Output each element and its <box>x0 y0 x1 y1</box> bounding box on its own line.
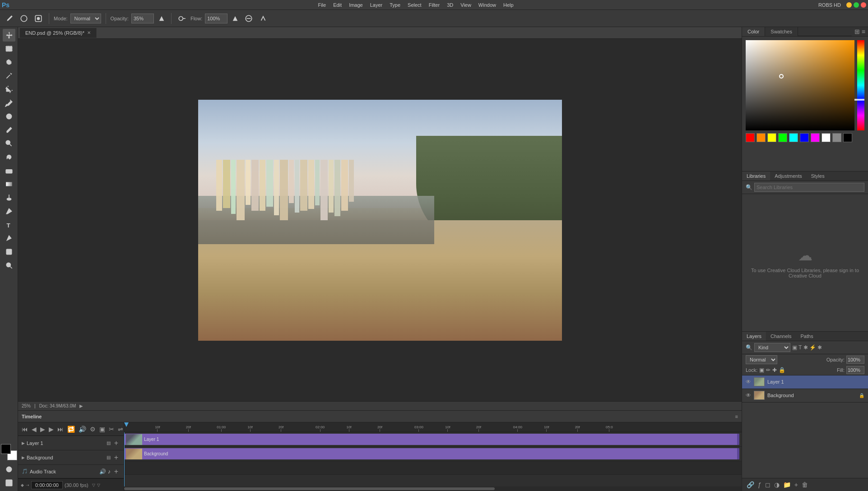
adjustments-tab[interactable]: Adjustments <box>770 171 807 181</box>
settings-btn[interactable]: ⚙ <box>89 425 97 434</box>
pen-tool[interactable] <box>3 205 15 218</box>
layers-kind-select[interactable]: Kind <box>754 343 790 352</box>
layer-delete-btn[interactable]: 🗑 <box>801 480 809 489</box>
layers-filter-icons[interactable]: ▣ T ✱ ⚡ ✱ <box>792 344 822 351</box>
swatch-black[interactable] <box>843 133 852 142</box>
color-gradient-area[interactable] <box>746 40 864 130</box>
layers-opacity-input[interactable] <box>846 356 864 364</box>
gradient-tool[interactable] <box>3 178 15 190</box>
background-visibility[interactable]: 👁 <box>746 392 751 398</box>
timeline-scrollbar-thumb[interactable] <box>124 487 495 490</box>
menu-image[interactable]: Image <box>345 1 367 9</box>
dodge-tool[interactable] <box>3 191 15 204</box>
keyframe-icon[interactable]: ◆ <box>21 483 24 487</box>
audio-btn[interactable]: 🔊 <box>78 425 87 434</box>
layer-folder-btn[interactable]: 📁 <box>782 480 792 489</box>
audio-add-btn[interactable]: + <box>112 468 120 476</box>
fg-bg-colors[interactable] <box>1 444 17 460</box>
clone-stamp-tool[interactable] <box>3 137 15 150</box>
color-tab[interactable]: Color <box>742 27 765 36</box>
paths-tab[interactable]: Paths <box>796 332 818 341</box>
menu-3d[interactable]: 3D <box>443 1 457 9</box>
menu-filter[interactable]: Filter <box>425 1 443 9</box>
tab-close-btn[interactable]: ✕ <box>87 30 91 35</box>
crop-tool[interactable] <box>3 83 15 96</box>
swatch-blue[interactable] <box>800 133 809 142</box>
swatch-white[interactable] <box>822 133 831 142</box>
track-layer1-add[interactable]: + <box>112 439 120 447</box>
clip-layer1-end[interactable] <box>737 434 739 445</box>
layer-new-btn[interactable]: + <box>794 480 799 489</box>
swatch-cyan[interactable] <box>789 133 798 142</box>
menu-help[interactable]: Help <box>500 1 517 9</box>
lock-pixels-btn[interactable]: ✏ <box>766 367 771 373</box>
move-tool[interactable] <box>3 29 15 42</box>
grid-view-btn[interactable]: ⊞ <box>854 28 860 35</box>
screen-mode[interactable] <box>3 477 15 489</box>
menu-select[interactable]: Select <box>404 1 425 9</box>
track-bg-icon-grid[interactable]: ▤ <box>107 455 111 460</box>
airbrush-btn[interactable] <box>176 14 188 23</box>
next-frame-btn[interactable]: ▶ <box>48 425 55 434</box>
opacity-picker-btn[interactable] <box>157 14 167 23</box>
timeline-scrollbar[interactable] <box>124 486 742 491</box>
set-in-btn[interactable]: ▽ <box>92 483 95 487</box>
layers-fill-input[interactable] <box>846 366 864 374</box>
list-view-btn[interactable]: ≡ <box>862 28 865 35</box>
opacity-input[interactable]: 35% <box>131 14 154 23</box>
swatch-yellow[interactable] <box>767 133 776 142</box>
channels-tab[interactable]: Channels <box>766 332 796 341</box>
swatch-red[interactable] <box>746 133 755 142</box>
swatch-orange[interactable] <box>757 133 766 142</box>
lock-position-btn[interactable]: ✚ <box>772 367 777 373</box>
toggle-btn-1[interactable] <box>243 14 255 23</box>
prev-frame-btn[interactable]: ◀ <box>31 425 37 434</box>
clip-background[interactable]: Background <box>124 448 739 459</box>
hue-cursor[interactable] <box>854 99 864 101</box>
toggle-btn-2[interactable] <box>257 14 269 23</box>
quick-mask-mode[interactable] <box>3 463 15 476</box>
go-end-btn[interactable]: ⏭ <box>56 425 65 434</box>
color-cursor[interactable] <box>779 74 784 79</box>
menu-window[interactable]: Window <box>475 1 500 9</box>
swatches-tab[interactable]: Swatches <box>765 27 798 36</box>
clip-layer1[interactable]: Layer 1 <box>124 434 739 445</box>
go-start-btn[interactable]: ⏮ <box>21 425 29 434</box>
brush-tool-btn[interactable] <box>4 14 15 23</box>
document-tab[interactable]: END.psd @ 25% (RGB/8)* ✕ <box>20 28 97 38</box>
rectangle-select-tool[interactable] <box>3 42 15 55</box>
text-tool[interactable]: T <box>3 218 15 231</box>
menu-edit[interactable]: Edit <box>330 1 345 9</box>
brush-size-btn[interactable] <box>18 14 30 23</box>
layer-link-btn[interactable]: 🔗 <box>746 480 755 489</box>
brush-tool[interactable] <box>3 124 15 136</box>
magic-wand-tool[interactable] <box>3 69 15 82</box>
layer-row-layer1[interactable]: 👁 Layer 1 <box>742 375 868 389</box>
lock-all-btn[interactable]: 🔒 <box>779 367 785 373</box>
shape-tool[interactable] <box>3 246 15 258</box>
split-btn[interactable]: ✂ <box>108 425 115 434</box>
swatch-gray[interactable] <box>832 133 841 142</box>
libraries-search-input[interactable] <box>754 183 864 192</box>
zoom-tool[interactable] <box>3 259 15 272</box>
set-out-btn[interactable]: ▽ <box>97 483 100 487</box>
track-layer1-expand[interactable]: ▶ <box>22 441 25 445</box>
menu-view[interactable]: View <box>457 1 475 9</box>
path-select-tool[interactable] <box>3 232 15 245</box>
menu-file[interactable]: File <box>314 1 330 9</box>
play-btn[interactable]: ▶ <box>39 425 46 434</box>
canvas-container[interactable] <box>18 39 742 401</box>
layer-fx-btn[interactable]: ƒ <box>757 480 762 489</box>
layers-tab[interactable]: Layers <box>742 332 766 341</box>
hue-strip[interactable] <box>857 40 864 130</box>
track-layer1-icon-grid[interactable]: ▤ <box>107 440 111 445</box>
eraser-tool[interactable] <box>3 164 15 177</box>
mode-select[interactable]: Normal Multiply Screen <box>70 14 101 23</box>
audio-music-icon[interactable]: ♪ <box>108 468 111 475</box>
playhead-triangle[interactable] <box>124 422 129 427</box>
libraries-tab[interactable]: Libraries <box>742 171 770 181</box>
lock-transparent-btn[interactable]: ▣ <box>759 367 764 373</box>
menu-layer[interactable]: Layer <box>367 1 386 9</box>
flow-input[interactable] <box>205 14 227 23</box>
heal-tool[interactable] <box>3 110 15 123</box>
